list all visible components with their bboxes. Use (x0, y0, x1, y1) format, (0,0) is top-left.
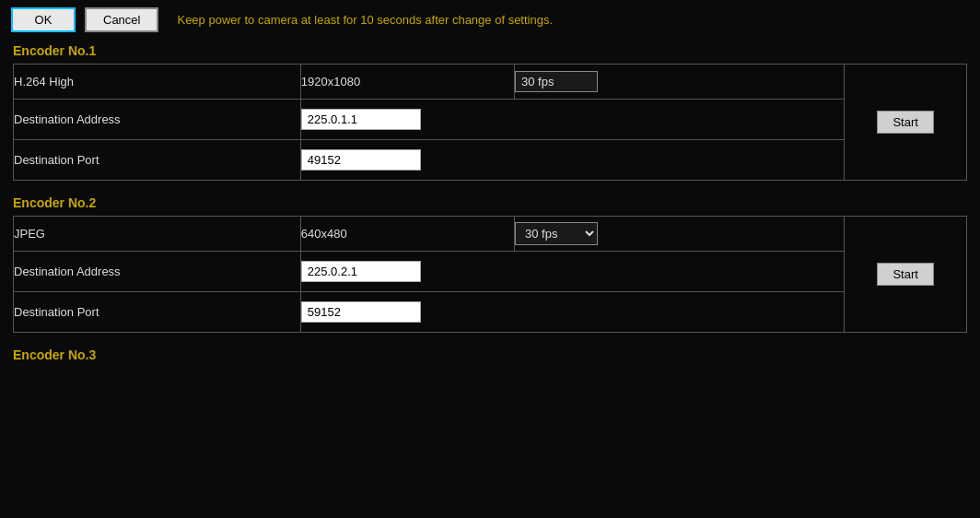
encoder1-dest-address-label: Destination Address (14, 100, 301, 140)
encoder1-codec-label: H.264 High (14, 65, 301, 100)
encoder2-dest-port-cell (300, 292, 844, 333)
encoder3-section: Encoder No.3 (13, 347, 967, 362)
encoder1-start-button[interactable]: Start (877, 111, 933, 134)
top-bar: OK Cancel Keep power to camera at least … (0, 0, 980, 40)
encoder2-main-row: JPEG 640x480 30 fps 15 fps 10 fps 5 fps … (14, 217, 967, 252)
encoder1-fps-cell: 30 fps 15 fps 10 fps 5 fps (515, 65, 845, 100)
encoder1-table: H.264 High 1920x1080 30 fps 15 fps 10 fp… (13, 64, 967, 181)
encoder2-section: Encoder No.2 JPEG 640x480 30 fps 15 fps … (13, 195, 967, 333)
cancel-button[interactable]: Cancel (85, 7, 158, 32)
encoder2-addr-row: Destination Address (14, 252, 967, 292)
encoder2-dest-address-cell (300, 252, 844, 292)
encoder2-table: JPEG 640x480 30 fps 15 fps 10 fps 5 fps … (13, 216, 967, 333)
encoder2-fps-cell: 30 fps 15 fps 10 fps 5 fps (515, 217, 845, 252)
encoder3-title: Encoder No.3 (13, 347, 967, 362)
encoder1-dest-address-input[interactable] (301, 109, 421, 130)
notice-text: Keep power to camera at least for 10 sec… (177, 13, 553, 27)
encoder2-port-row: Destination Port (14, 292, 967, 333)
encoder1-dest-address-cell (300, 100, 844, 140)
encoder2-title: Encoder No.2 (13, 195, 967, 210)
encoder2-dest-port-label: Destination Port (14, 292, 301, 333)
encoder1-fps-select[interactable]: 30 fps 15 fps 10 fps 5 fps (515, 71, 598, 92)
encoder1-section: Encoder No.1 H.264 High 1920x1080 30 fps… (13, 43, 967, 181)
encoder1-port-row: Destination Port (14, 140, 967, 181)
encoder2-resolution: 640x480 (300, 217, 514, 252)
encoder1-dest-port-cell (300, 140, 844, 181)
encoder2-dest-address-input[interactable] (301, 261, 421, 282)
encoder2-fps-select[interactable]: 30 fps 15 fps 10 fps 5 fps (515, 222, 598, 245)
encoder2-dest-address-label: Destination Address (14, 252, 301, 292)
encoder1-title: Encoder No.1 (13, 43, 967, 58)
encoder1-main-row: H.264 High 1920x1080 30 fps 15 fps 10 fp… (14, 65, 967, 100)
encoder1-resolution: 1920x1080 (300, 65, 514, 100)
encoder2-dest-port-input[interactable] (301, 301, 421, 323)
encoder1-addr-row: Destination Address (14, 100, 967, 140)
encoder2-codec-label: JPEG (14, 217, 301, 252)
encoder2-action-cell: Start (845, 217, 967, 333)
encoder1-dest-port-label: Destination Port (14, 140, 301, 181)
encoder2-start-button[interactable]: Start (877, 263, 933, 286)
encoder1-action-cell: Start (845, 65, 967, 181)
content-area: Encoder No.1 H.264 High 1920x1080 30 fps… (0, 40, 980, 381)
encoder1-dest-port-input[interactable] (301, 149, 421, 171)
ok-button[interactable]: OK (11, 7, 76, 32)
